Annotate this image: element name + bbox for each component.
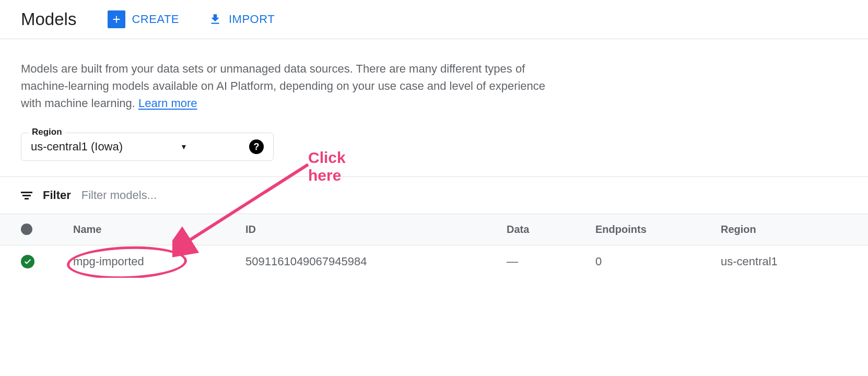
check-icon (21, 255, 34, 268)
id-column-header: ID (245, 224, 507, 236)
header-actions: CREATE IMPORT (108, 10, 275, 28)
region-controls: Region us-central1 (Iowa) ▼ ? (21, 133, 274, 161)
region-cell: us-central1 (721, 255, 847, 268)
region-column-header: Region (721, 224, 847, 236)
import-button[interactable]: IMPORT (208, 12, 275, 27)
data-cell: — (507, 255, 595, 268)
description-text: Models are built from your data sets or … (21, 62, 545, 110)
endpoints-column-header: Endpoints (595, 224, 721, 236)
filter-section: Filter (0, 177, 868, 214)
create-button[interactable]: CREATE (108, 10, 179, 28)
import-icon (208, 12, 222, 27)
learn-more-link[interactable]: Learn more (138, 97, 197, 110)
data-column-header: Data (507, 224, 595, 236)
id-cell: 5091161049067945984 (245, 255, 507, 268)
name-column-header: Name (73, 224, 245, 236)
chevron-down-icon: ▼ (180, 143, 187, 151)
table-row[interactable]: mpg-imported 5091161049067945984 — 0 us-… (0, 245, 868, 278)
description: Models are built from your data sets or … (21, 60, 554, 112)
status-column-header (21, 224, 73, 236)
name-cell[interactable]: mpg-imported (73, 255, 245, 268)
table-header: Name ID Data Endpoints Region (0, 214, 868, 245)
plus-icon (108, 10, 125, 28)
region-dropdown[interactable]: Region us-central1 (Iowa) ▼ ? (21, 133, 274, 161)
help-icon[interactable]: ? (249, 139, 264, 154)
filter-input[interactable] (81, 189, 847, 202)
region-value: us-central1 (Iowa) (31, 140, 123, 154)
filter-label: Filter (43, 189, 71, 202)
content-section: Models are built from your data sets or … (0, 39, 868, 177)
page-title: Models (21, 9, 76, 29)
model-name: mpg-imported (73, 255, 144, 268)
filter-icon (21, 192, 32, 199)
import-button-label: IMPORT (229, 13, 275, 26)
status-cell (21, 255, 73, 268)
region-wrapper: Region us-central1 (Iowa) ▼ ? (21, 133, 274, 161)
create-button-label: CREATE (132, 13, 179, 26)
header: Models CREATE IMPORT (0, 0, 868, 39)
endpoints-cell: 0 (595, 255, 721, 268)
region-label: Region (29, 127, 65, 137)
status-dot-icon (21, 224, 32, 235)
